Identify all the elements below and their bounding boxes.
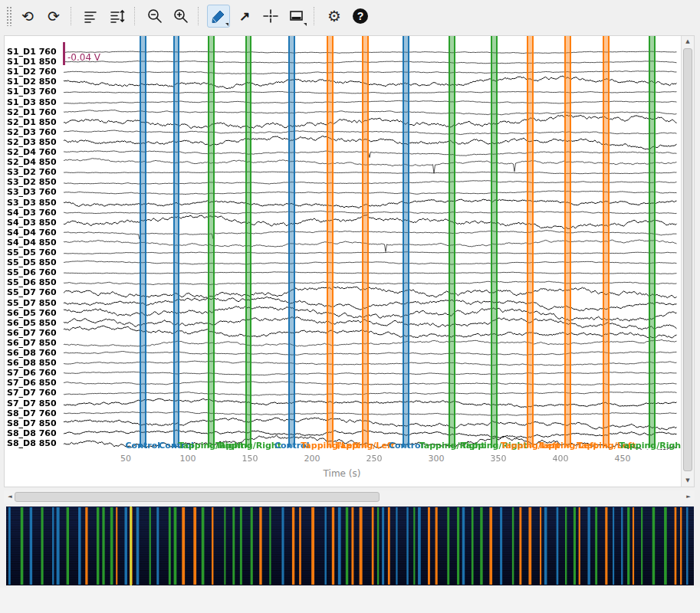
channel-label[interactable]: S6_D7 850	[7, 339, 62, 348]
help-button[interactable]: ?	[349, 5, 372, 28]
channel-label[interactable]: S4_D4 760	[7, 228, 62, 238]
channel-label[interactable]: S5_D6 850	[7, 278, 62, 287]
annotation-description: Tapping/Left	[336, 441, 395, 451]
channel-label[interactable]: S1_D3 760	[7, 87, 62, 97]
help-icon: ?	[353, 8, 368, 24]
x-tick-label: 200	[304, 454, 320, 464]
annotation-description: Control	[389, 441, 423, 451]
annotation-region[interactable]	[564, 36, 571, 447]
overview-toggle-icon	[288, 8, 305, 25]
channel-label[interactable]: S7_D6 760	[7, 369, 62, 378]
annotation-region[interactable]	[449, 36, 455, 447]
scroll-right-arrow[interactable]: ►	[682, 490, 695, 503]
channel-label[interactable]: S2_D1 850	[7, 118, 62, 127]
channel-label[interactable]: S6_D5 850	[7, 319, 62, 328]
toolbar-drag-handle[interactable]	[6, 6, 12, 26]
channel-label[interactable]: S6_D8 760	[7, 349, 62, 358]
channel-label[interactable]: S4_D3 760	[7, 208, 62, 218]
annotations-button[interactable]	[207, 5, 230, 28]
channel-label[interactable]: S5_D6 760	[7, 268, 62, 277]
overview-bar[interactable]	[6, 506, 694, 585]
scroll-up-arrow[interactable]: ▲	[682, 36, 694, 48]
signal-traces[interactable]	[5, 36, 682, 450]
channel-label[interactable]: S1_D1 760	[7, 48, 62, 57]
annotation-region[interactable]	[208, 36, 215, 447]
zoom-out-button[interactable]	[143, 5, 166, 28]
redo-view-button[interactable]: ⟳	[42, 5, 65, 28]
channel-label[interactable]: S4_D3 850	[7, 218, 62, 228]
overview-mode-button[interactable]	[285, 5, 308, 28]
arrow-tool-button[interactable]: ↗	[233, 5, 256, 28]
crosshair-button[interactable]	[259, 5, 282, 28]
horizontal-scrollbar[interactable]: ◄ ►	[4, 490, 695, 503]
annotation-region[interactable]	[491, 36, 498, 447]
channel-label[interactable]: S1_D1 850	[7, 57, 62, 67]
x-tick-label: 250	[366, 454, 383, 464]
annotation-region[interactable]	[327, 36, 334, 447]
channel-label[interactable]: S7_D6 850	[7, 379, 62, 388]
scroll-down-arrow[interactable]: ▼	[682, 475, 694, 487]
channel-label[interactable]: S2_D4 760	[7, 148, 62, 157]
channel-label[interactable]: S1_D2 850	[7, 77, 62, 87]
channel-label[interactable]: S3_D3 850	[7, 198, 62, 208]
channel-label[interactable]: S7_D7 850	[7, 399, 62, 408]
annotation-description: Tapping/Right	[215, 441, 281, 451]
channel-label[interactable]: S1_D3 850	[7, 98, 62, 107]
channel-label[interactable]: S8_D8 760	[7, 429, 62, 438]
vertical-scrollbar-thumb[interactable]	[683, 48, 692, 471]
channel-label[interactable]: S3_D2 760	[7, 168, 62, 177]
channel-label[interactable]: S6_D5 760	[7, 309, 62, 318]
annotation-region[interactable]	[403, 36, 409, 447]
channel-label[interactable]: S3_D2 850	[7, 178, 62, 187]
scale-value-label: -0.04 V	[67, 52, 100, 63]
annotation-region[interactable]	[173, 36, 180, 447]
channel-label[interactable]: S2_D3 850	[7, 138, 62, 147]
zoom-out-icon	[146, 8, 163, 25]
zoom-in-icon	[173, 8, 189, 25]
annotation-region[interactable]	[245, 36, 252, 447]
arrow-tool-icon: ↗	[239, 10, 250, 23]
channel-lines-icon	[83, 8, 100, 25]
signal-plot: S1_D1 760S1_D1 850S1_D2 760S1_D2 850S1_D…	[4, 35, 695, 487]
status-strip	[0, 588, 700, 613]
annotation-description: Control	[126, 441, 160, 451]
channel-label[interactable]: S8_D8 850	[7, 439, 62, 448]
channel-scale-button[interactable]	[80, 5, 103, 28]
channel-label[interactable]: S6_D8 850	[7, 359, 62, 368]
channel-label[interactable]: S4_D4 850	[7, 238, 62, 247]
annotation-region[interactable]	[649, 36, 656, 447]
x-tick-label: 350	[491, 454, 507, 464]
zoom-in-button[interactable]	[169, 5, 192, 28]
annotation-region[interactable]	[603, 36, 610, 447]
channel-label[interactable]: S6_D7 760	[7, 329, 62, 338]
channel-label[interactable]: S1_D2 760	[7, 67, 62, 77]
crosshair-icon	[262, 8, 279, 25]
channel-label[interactable]: S8_D7 760	[7, 409, 62, 418]
annotation-region[interactable]	[288, 36, 295, 447]
channel-label[interactable]: S5_D5 850	[7, 258, 62, 267]
annotation-dropdown-arrow	[225, 23, 228, 26]
overview-canvas[interactable]	[6, 506, 694, 585]
annotation-region[interactable]	[527, 36, 534, 447]
vertical-scrollbar[interactable]: ▲ ▼	[681, 36, 694, 487]
channel-label[interactable]: S3_D3 760	[7, 188, 62, 197]
annotation-region[interactable]	[362, 36, 369, 447]
x-tick-label: 300	[429, 454, 445, 464]
x-tick-label: 50	[120, 454, 131, 464]
toolbar-separator	[198, 7, 202, 25]
channel-spacing-button[interactable]	[106, 5, 129, 28]
channel-label[interactable]: S2_D1 760	[7, 108, 62, 117]
annotation-pen-icon	[210, 8, 227, 25]
toolbar-separator	[134, 7, 138, 25]
annotation-region[interactable]	[140, 36, 146, 447]
channel-label[interactable]: S5_D7 760	[7, 288, 62, 297]
horizontal-scrollbar-thumb[interactable]	[15, 492, 380, 502]
channel-label[interactable]: S5_D7 850	[7, 299, 62, 308]
channel-label[interactable]: S5_D5 760	[7, 248, 62, 257]
settings-button[interactable]: ⚙	[323, 5, 346, 28]
undo-view-button[interactable]: ⟲	[16, 5, 39, 28]
channel-label[interactable]: S2_D3 760	[7, 128, 62, 137]
channel-label[interactable]: S7_D7 760	[7, 388, 62, 398]
channel-label[interactable]: S2_D4 850	[7, 158, 62, 167]
channel-label[interactable]: S8_D7 850	[7, 419, 62, 428]
